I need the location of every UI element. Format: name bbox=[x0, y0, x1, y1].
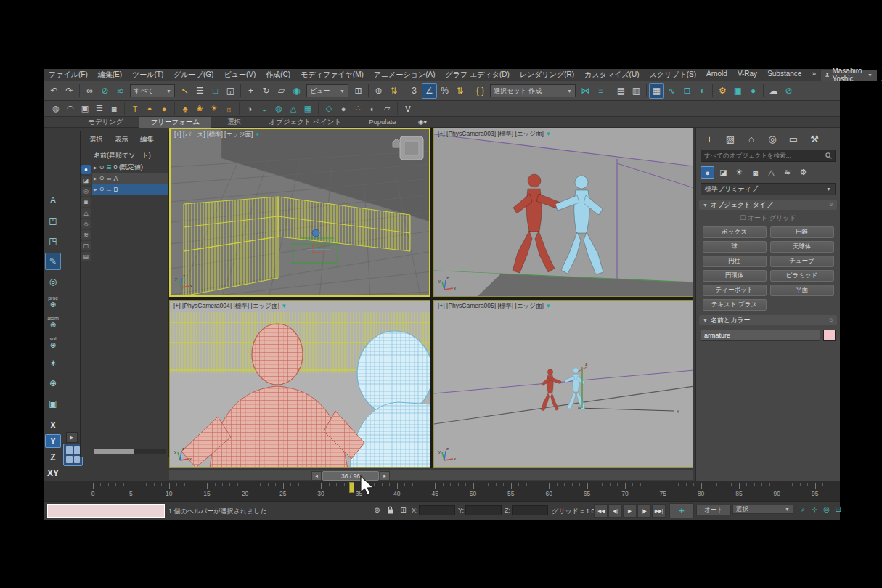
menu-item[interactable]: Substance bbox=[762, 70, 807, 80]
select-and-scale-icon[interactable]: ▱ bbox=[274, 83, 289, 99]
category-cameras-icon[interactable]: ◙ bbox=[748, 166, 762, 179]
window-crossing-toggle-icon[interactable]: ◱ bbox=[223, 83, 238, 99]
proc-add-icon[interactable]: proc⊕ bbox=[45, 293, 61, 311]
play-button[interactable]: ▶ bbox=[623, 504, 637, 518]
display-geometry-icon[interactable]: ◪ bbox=[81, 176, 91, 185]
next-frame-button[interactable]: |▶ bbox=[637, 504, 651, 518]
auto-key-button[interactable]: オート bbox=[696, 505, 731, 515]
axis-constraint-z-button-2[interactable]: Z bbox=[45, 450, 61, 464]
toggle-layer-explorer-icon[interactable]: ▥ bbox=[629, 83, 644, 99]
percent-snap-toggle-icon[interactable]: % bbox=[437, 83, 452, 99]
ribbon-tab-オブジェクト ペイント[interactable]: オブジェクト ペイント bbox=[257, 117, 353, 128]
render-in-cloud-icon[interactable]: ☁ bbox=[766, 83, 781, 99]
camera-icon[interactable]: ◙ bbox=[107, 102, 121, 115]
expand-arrow-icon[interactable]: ▶ bbox=[94, 176, 97, 181]
render-production-icon[interactable]: ● bbox=[746, 83, 761, 99]
pin-a-icon[interactable]: ◎ bbox=[45, 273, 61, 290]
pan-viewport-icon[interactable]: ⊹ bbox=[810, 505, 820, 514]
primitive-button-テキスト プラス[interactable]: テキスト プラス bbox=[703, 299, 767, 311]
primitive-button-チューブ[interactable]: チューブ bbox=[770, 256, 834, 267]
menu-item[interactable]: ビュー(V) bbox=[219, 70, 261, 80]
expand-arrow-icon[interactable]: ▶ bbox=[94, 165, 97, 170]
use-pivot-center-icon[interactable]: ⊞ bbox=[351, 83, 366, 99]
primitive-button-ティーポット[interactable]: ティーポット bbox=[703, 285, 767, 296]
name-color-rollout-header[interactable]: ▼ 名前とカラー ⊙ bbox=[699, 315, 837, 325]
viewport-label[interactable]: [+] [パース] [標準] [エッジ面] ▼ bbox=[174, 131, 261, 139]
grid-object-icon[interactable]: ▦ bbox=[301, 102, 314, 115]
sort-header[interactable]: 名前(昇順でソート) bbox=[92, 148, 168, 162]
curve-editor-icon[interactable]: ∿ bbox=[664, 83, 679, 99]
go-to-end-button[interactable]: ▶▶| bbox=[652, 504, 666, 518]
go-to-start-button[interactable]: |◀◀ bbox=[594, 504, 608, 518]
category-lights-icon[interactable]: ☀ bbox=[732, 166, 746, 179]
user-account-button[interactable]: Masahiro Yoshic ▼ bbox=[821, 70, 877, 81]
primitive-button-円錐[interactable]: 円錐 bbox=[770, 226, 834, 238]
leaf-object-icon[interactable]: ❀ bbox=[193, 102, 206, 115]
category-helpers-icon[interactable]: △ bbox=[764, 166, 778, 179]
subcategory-dropdown[interactable]: 標準プリミティブ ▼ bbox=[701, 183, 836, 195]
named-selection-sets-icon[interactable]: { } bbox=[473, 83, 488, 99]
menu-item[interactable]: ファイル(F) bbox=[44, 70, 93, 80]
viewport-physcamera004[interactable]: [+] [PhysCamera004] [標準] [エッジ面] ▼ bbox=[169, 300, 430, 468]
filter-funnel-icon[interactable]: ▼ bbox=[255, 131, 261, 138]
selection-lock-icon[interactable] bbox=[385, 505, 396, 515]
liquid-object-icon[interactable]: ◇ bbox=[322, 102, 335, 115]
atom-add-icon[interactable]: atom⊕ bbox=[45, 314, 61, 331]
autodesk-account-icon[interactable]: ⊘ bbox=[781, 83, 796, 99]
bind-to-space-warp-icon[interactable]: ≋ bbox=[113, 83, 128, 99]
snap-toggle-3d-icon[interactable]: 3 bbox=[407, 83, 422, 99]
marker-a-icon[interactable]: A bbox=[45, 192, 61, 209]
window-play-icon[interactable]: ◳ bbox=[45, 232, 61, 250]
reference-coordinate-dropdown[interactable]: ビュー▼ bbox=[306, 84, 348, 97]
object-type-rollout-header[interactable]: ▼ オブジェクト タイプ ⊙ bbox=[699, 200, 837, 210]
maxscript-mini-listener[interactable] bbox=[47, 504, 165, 518]
target-light-icon[interactable]: T bbox=[128, 102, 142, 115]
orbit-viewport-icon[interactable]: ◎ bbox=[822, 505, 831, 514]
display-cameras-icon[interactable]: ◙ bbox=[81, 197, 91, 207]
render-setup-icon[interactable]: ⚙ bbox=[715, 83, 730, 99]
selection-filter-dropdown[interactable]: すべて▼ bbox=[130, 84, 175, 97]
expand-panel-button[interactable]: ▶ bbox=[66, 432, 78, 443]
select-and-rotate-icon[interactable]: ↻ bbox=[258, 83, 274, 99]
primitive-button-平面[interactable]: 平面 bbox=[770, 285, 834, 296]
select-object-icon[interactable]: ↖ bbox=[177, 83, 192, 99]
menu-item[interactable]: スクリプト(S) bbox=[644, 70, 701, 80]
viewport-physcamera005[interactable]: x z [+] [PhysCamera005] [標準] [エッジ面] ▼ bbox=[433, 300, 693, 468]
menu-item[interactable]: レンダリング(R) bbox=[515, 70, 579, 80]
viewport-label[interactable]: [+] [PhysCamera005] [標準] [エッジ面] ▼ bbox=[438, 302, 551, 311]
angle-snap-toggle-icon[interactable]: ∠ bbox=[422, 83, 437, 99]
select-and-move-icon[interactable]: + bbox=[243, 83, 258, 99]
tab-display-icon[interactable]: ▭ bbox=[786, 132, 801, 145]
starburst-light-icon[interactable]: ☼ bbox=[222, 102, 235, 115]
sun-light-icon[interactable]: ☀ bbox=[208, 102, 221, 115]
time-slider-track[interactable]: ◄ 36 / 96 ► bbox=[169, 470, 693, 480]
z-coord-field[interactable] bbox=[512, 505, 548, 515]
sphere-pie-icon[interactable]: ◑ bbox=[243, 102, 256, 115]
ribbon-tab-Populate[interactable]: Populate bbox=[357, 117, 408, 128]
object-color-swatch[interactable] bbox=[823, 330, 836, 341]
pyramid-helper-icon[interactable]: △ bbox=[287, 102, 300, 115]
tab-utilities-icon[interactable]: ⚒ bbox=[807, 132, 822, 145]
explorer-menu-表示[interactable]: 表示 bbox=[110, 134, 133, 145]
display-bones-icon[interactable]: ▢ bbox=[81, 241, 91, 250]
select-by-name-icon[interactable]: ☰ bbox=[192, 83, 208, 99]
ribbon-tab-選択[interactable]: 選択 bbox=[216, 117, 253, 128]
rendered-frame-window-icon[interactable]: ▣ bbox=[730, 83, 746, 99]
set-key-button[interactable]: + bbox=[669, 503, 694, 518]
horizontal-scrollbar[interactable] bbox=[94, 449, 166, 454]
grab-add-icon[interactable]: ⊕ bbox=[45, 375, 61, 392]
previous-frame-arrow[interactable]: ◄ bbox=[311, 471, 322, 481]
vol-add-icon[interactable]: vol⊕ bbox=[45, 334, 61, 351]
list-view-icon[interactable]: ☰ bbox=[93, 102, 106, 115]
axis-constraint-y-button-1[interactable]: Y bbox=[45, 434, 61, 448]
tab-hierarchy-icon[interactable]: ⌂ bbox=[744, 132, 759, 145]
x-coord-field[interactable] bbox=[419, 505, 455, 515]
display-shapes-icon[interactable]: ◇ bbox=[81, 219, 91, 229]
current-frame-marker[interactable] bbox=[349, 482, 354, 493]
layer-stack-icon[interactable]: ▱ bbox=[380, 102, 393, 115]
tab-motion-icon[interactable]: ◎ bbox=[765, 132, 780, 145]
display-containers-icon[interactable]: ▤ bbox=[81, 252, 91, 261]
rectangular-selection-region-icon[interactable]: □ bbox=[208, 83, 223, 99]
align-icon[interactable]: ≡ bbox=[593, 83, 608, 99]
set-key-filter-dropdown[interactable]: 選択 ▼ bbox=[732, 505, 793, 514]
